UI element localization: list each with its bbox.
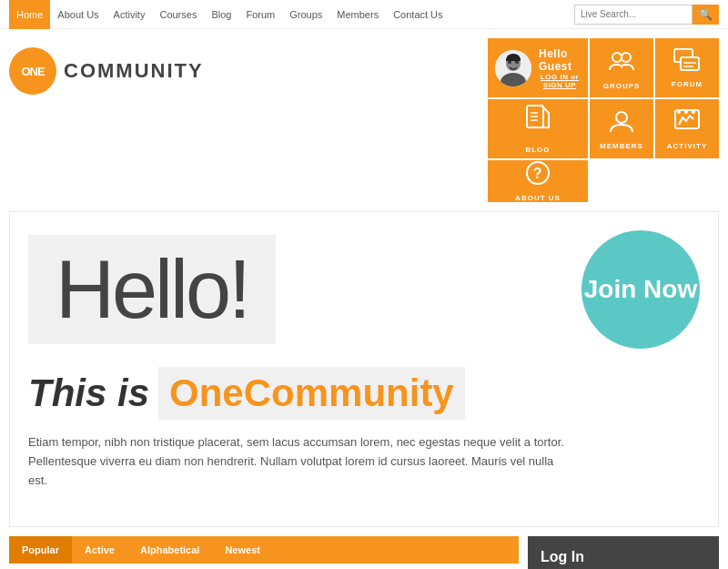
logo-circle: ONE: [9, 47, 56, 95]
header: ONE COMMUNITY Hello Gu: [0, 29, 728, 202]
top-navigation: Home About Us Activity Courses Blog Foru…: [0, 0, 728, 29]
tab-newest[interactable]: Newest: [212, 536, 273, 564]
join-now-button[interactable]: Join Now: [581, 230, 700, 349]
images-row: 15:25: [9, 564, 519, 569]
panel-forum[interactable]: FORUM: [655, 38, 719, 97]
panel-blog[interactable]: GROUPS BLOG: [488, 99, 588, 158]
panel-members[interactable]: MEMBERS: [590, 99, 653, 158]
greeting-text: Hello: [539, 47, 568, 60]
nav-item-blog[interactable]: Blog: [204, 0, 238, 29]
svg-text:?: ?: [533, 166, 542, 181]
nav-item-forum[interactable]: Forum: [238, 0, 282, 29]
hero-section: Hello! Join Now: [28, 230, 700, 349]
nav-item-about[interactable]: About Us: [50, 0, 106, 29]
about-icon: ?: [525, 160, 551, 191]
nav-item-home[interactable]: Home: [9, 0, 50, 29]
hello-text: Hello Guest LOG IN or SIGN UP: [539, 47, 581, 89]
nav-item-groups[interactable]: Groups: [282, 0, 329, 29]
groups-label: GROUPS: [603, 82, 641, 90]
search-button[interactable]: 🔍: [693, 5, 719, 25]
forum-icon: [673, 48, 701, 77]
tagline-prefix: This is: [28, 371, 149, 415]
svg-point-5: [612, 53, 622, 62]
tagline-name-wrap: OneCommunity: [158, 367, 465, 420]
members-icon: [609, 108, 634, 139]
nav-item-activity[interactable]: Activity: [106, 0, 153, 29]
activity-label: ACTIVITY: [667, 142, 707, 150]
svg-point-15: [616, 112, 627, 123]
login-box: Log In Login to your account and check n…: [528, 536, 719, 569]
hello-cell[interactable]: Hello Guest LOG IN or SIGN UP: [488, 38, 588, 97]
about-label: ABOUT US: [515, 194, 561, 202]
forum-label: FORUM: [672, 80, 703, 88]
panel-about[interactable]: ? ABOUT US: [488, 160, 588, 202]
tab-alphabetical[interactable]: Alphabetical: [127, 536, 212, 564]
search-input[interactable]: [574, 5, 693, 25]
bottom-section: Popular Active Alphabetical Newest: [9, 536, 719, 569]
avatar: [495, 50, 531, 86]
svg-point-6: [622, 53, 631, 62]
tab-active[interactable]: Active: [72, 536, 127, 564]
tab-popular[interactable]: Popular: [9, 536, 72, 564]
logo-area: ONE COMMUNITY: [9, 38, 204, 95]
login-title: Log In: [541, 549, 706, 565]
nav-item-members[interactable]: Members: [329, 0, 386, 29]
tabs-row: Popular Active Alphabetical Newest: [9, 536, 519, 564]
groups-icon: [608, 46, 635, 79]
svg-point-19: [692, 110, 695, 114]
search-bar: 🔍: [574, 5, 719, 25]
tagline-section: This is OneCommunity: [28, 367, 700, 420]
svg-point-18: [684, 110, 688, 114]
tagline-name: OneCommunity: [169, 371, 454, 414]
logo-text: COMMUNITY: [64, 59, 204, 83]
blog-icon: [525, 104, 551, 135]
user-panel: Hello Guest LOG IN or SIGN UP GROUPS: [488, 38, 719, 202]
content-left: Popular Active Alphabetical Newest: [9, 536, 519, 569]
nav-item-contact[interactable]: Contact Us: [386, 0, 450, 29]
svg-point-17: [677, 110, 681, 114]
guest-name: Guest: [539, 60, 572, 73]
members-label: MEMBERS: [600, 142, 643, 150]
hello-heading: Hello!: [28, 235, 276, 344]
nav-item-courses[interactable]: Courses: [152, 0, 204, 29]
description-text: Etiam tempor, nibh non tristique placera…: [28, 433, 574, 490]
login-link[interactable]: LOG IN or SIGN UP: [539, 73, 581, 89]
activity-icon: [673, 108, 701, 139]
blog-label-show: BLOG: [525, 146, 550, 154]
main-content: Hello! Join Now This is OneCommunity Eti…: [9, 211, 719, 527]
panel-groups[interactable]: GROUPS: [590, 38, 653, 97]
panel-activity[interactable]: ACTIVITY: [655, 99, 719, 158]
svg-rect-8: [681, 57, 699, 70]
